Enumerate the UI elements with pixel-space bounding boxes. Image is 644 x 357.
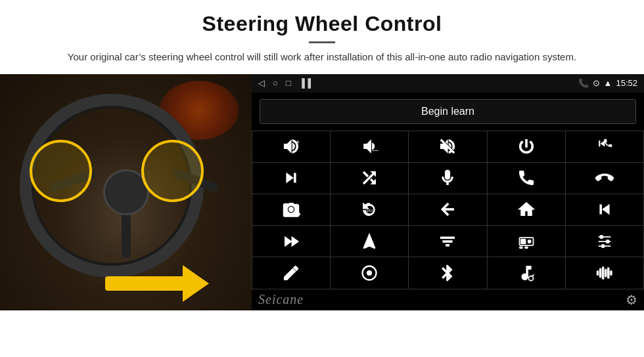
navigate-button[interactable] bbox=[331, 226, 408, 257]
music-settings-icon bbox=[517, 264, 536, 282]
power-button[interactable] bbox=[488, 131, 565, 162]
waveform-button[interactable] bbox=[566, 257, 643, 288]
svg-text:▲: ▲ bbox=[296, 211, 300, 217]
waveform-icon bbox=[595, 264, 614, 282]
svg-rect-5 bbox=[521, 239, 526, 243]
equalizer-icon bbox=[438, 232, 457, 251]
sliders-button[interactable] bbox=[566, 226, 643, 257]
begin-learn-button[interactable]: Begin learn bbox=[260, 99, 636, 124]
pen-icon bbox=[282, 264, 300, 282]
dvr-icon bbox=[517, 232, 536, 251]
mic-button[interactable] bbox=[409, 163, 486, 194]
circle-dot-icon bbox=[360, 264, 379, 282]
signal-icon: ▐▐ bbox=[299, 78, 311, 88]
vol-up-button[interactable]: + bbox=[252, 131, 330, 162]
status-bar: ◁ ○ □ ▐▐ 📞 ⊙ ▲ 15:52 bbox=[252, 74, 644, 93]
skip-prev-button[interactable] bbox=[566, 194, 643, 225]
power-icon bbox=[517, 137, 536, 156]
svg-rect-22 bbox=[605, 269, 606, 277]
navigate-icon bbox=[360, 232, 379, 251]
highlight-circle-right bbox=[141, 140, 204, 202]
header-subtitle: Your original car’s steering wheel contr… bbox=[26, 50, 618, 65]
home-circle-icon: ○ bbox=[273, 78, 278, 88]
svg-rect-21 bbox=[602, 267, 603, 280]
location-icon: ⊙ bbox=[593, 78, 600, 88]
watermark-bar: Seicane ⚙ bbox=[252, 289, 644, 310]
svg-point-6 bbox=[528, 240, 531, 243]
360-view-button[interactable]: 360° bbox=[331, 194, 408, 225]
arrow-pointer bbox=[105, 276, 184, 291]
header-section: Steering Wheel Control Your original car… bbox=[0, 0, 644, 72]
shuffle-button[interactable] bbox=[331, 163, 408, 194]
shuffle-icon bbox=[360, 169, 379, 187]
svg-rect-8 bbox=[524, 247, 528, 248]
phone-button[interactable] bbox=[488, 163, 565, 194]
time-display: 15:52 bbox=[616, 78, 637, 88]
home-icon bbox=[517, 200, 536, 219]
svg-text:+: + bbox=[296, 138, 300, 146]
vol-up-icon: + bbox=[282, 137, 300, 156]
fast-forward-icon bbox=[282, 232, 300, 251]
svg-point-13 bbox=[606, 240, 609, 243]
icon-grid: + — bbox=[252, 131, 644, 289]
svg-text:—: — bbox=[373, 146, 379, 154]
prev-track-phone-icon bbox=[595, 137, 614, 156]
hangup-button[interactable] bbox=[566, 163, 643, 194]
phone-icon bbox=[517, 169, 536, 187]
begin-learn-row: Begin learn bbox=[252, 93, 644, 131]
music-settings-button[interactable] bbox=[488, 257, 565, 288]
svg-rect-20 bbox=[599, 268, 601, 278]
gear-settings-icon[interactable]: ⚙ bbox=[626, 292, 637, 308]
home-button[interactable] bbox=[488, 194, 565, 225]
hangup-icon bbox=[595, 169, 614, 187]
vol-mute-icon bbox=[438, 137, 457, 156]
status-bar-right: 📞 ⊙ ▲ 15:52 bbox=[578, 78, 637, 88]
prev-track-phone-button[interactable] bbox=[566, 131, 643, 162]
vol-down-button[interactable]: — bbox=[331, 131, 408, 162]
svg-line-18 bbox=[532, 274, 534, 276]
back-nav-icon bbox=[438, 200, 457, 219]
phone-status-icon: 📞 bbox=[578, 78, 589, 88]
camera-button[interactable]: ▲ bbox=[252, 194, 330, 225]
svg-point-17 bbox=[528, 276, 533, 281]
dvr-button[interactable] bbox=[488, 226, 565, 257]
steering-wheel-image bbox=[0, 74, 252, 310]
svg-rect-7 bbox=[519, 247, 522, 248]
arrow-head bbox=[183, 265, 209, 302]
svg-rect-23 bbox=[608, 268, 609, 278]
vol-down-icon: — bbox=[360, 137, 379, 156]
sliders-icon bbox=[595, 232, 614, 251]
arrow-body bbox=[105, 276, 184, 291]
circle-dot-button[interactable] bbox=[331, 257, 408, 288]
next-track-icon bbox=[282, 169, 300, 187]
page-title: Steering Wheel Control bbox=[26, 12, 618, 36]
wifi-icon: ▲ bbox=[604, 78, 612, 88]
square-icon: □ bbox=[286, 78, 291, 88]
svg-rect-19 bbox=[597, 270, 598, 275]
spoke-bottom bbox=[122, 212, 131, 258]
content-area: ◁ ○ □ ▐▐ 📞 ⊙ ▲ 15:52 Begin learn + — bbox=[0, 74, 644, 310]
svg-point-16 bbox=[367, 270, 372, 275]
highlight-circle-left bbox=[30, 140, 92, 202]
vol-mute-button[interactable] bbox=[409, 131, 486, 162]
back-nav-button[interactable] bbox=[409, 194, 486, 225]
360-icon: 360° bbox=[360, 200, 379, 219]
pen-button[interactable] bbox=[252, 257, 330, 288]
bluetooth-button[interactable] bbox=[409, 257, 486, 288]
bluetooth-icon bbox=[438, 264, 457, 282]
svg-rect-24 bbox=[610, 270, 612, 275]
svg-text:360°: 360° bbox=[367, 209, 375, 213]
status-bar-left: ◁ ○ □ ▐▐ bbox=[258, 78, 311, 88]
back-arrow-icon: ◁ bbox=[258, 78, 265, 88]
next-track-button[interactable] bbox=[252, 163, 330, 194]
fast-forward-button[interactable] bbox=[252, 226, 330, 257]
svg-point-12 bbox=[600, 235, 603, 238]
title-divider bbox=[309, 41, 335, 43]
watermark-text: Seicane bbox=[258, 292, 304, 307]
head-unit: ◁ ○ □ ▐▐ 📞 ⊙ ▲ 15:52 Begin learn + — bbox=[252, 74, 644, 310]
svg-point-14 bbox=[601, 244, 605, 247]
camera-icon: ▲ bbox=[282, 200, 300, 219]
mic-icon bbox=[438, 169, 457, 187]
skip-prev-icon bbox=[595, 200, 614, 219]
equalizer-button[interactable] bbox=[409, 226, 486, 257]
